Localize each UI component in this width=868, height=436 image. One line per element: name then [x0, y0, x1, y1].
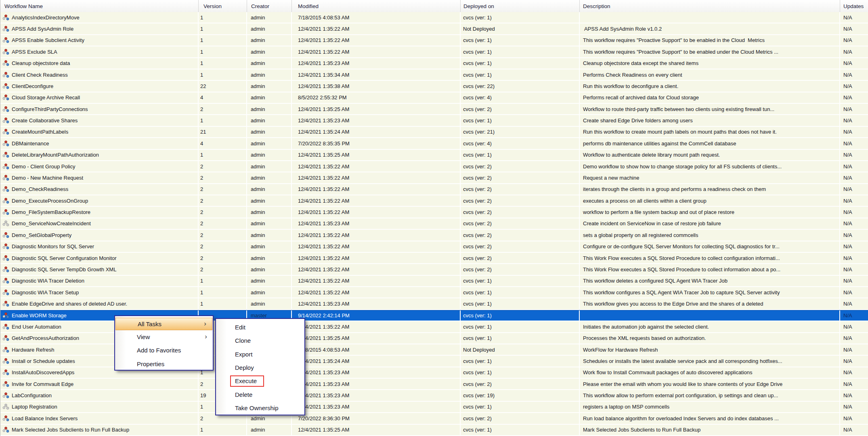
submenu-item-edit[interactable]: Edit: [216, 321, 304, 334]
submenu-item-deploy[interactable]: Deploy: [216, 361, 304, 374]
table-row[interactable]: Invite for Commvault Edge212/4/2021 1:35…: [0, 379, 868, 390]
column-header-deployed-on[interactable]: Deployed on: [461, 0, 580, 12]
table-row[interactable]: Enable EdgeDrive and shares of deleted A…: [0, 298, 868, 310]
submenu-item-label: Export: [235, 351, 252, 358]
table-row[interactable]: APSS Enable Subclient Activity1admin12/4…: [0, 35, 868, 46]
column-header-description[interactable]: Description: [580, 0, 840, 12]
workflow-icon: [2, 266, 9, 273]
table-row[interactable]: ConfigureThirdPartyConnections2admin12/4…: [0, 104, 868, 115]
cell-workflow-name: Diagnostic WIA Tracer Deletion: [0, 276, 199, 286]
cell-modified: 12/4/2021 1:35:22 AM: [292, 321, 461, 332]
workflow-name-label: Demo - New Machine Request: [12, 175, 83, 181]
table-row[interactable]: Demo - New Machine Request2admin12/4/202…: [0, 172, 868, 184]
submenu-item-export[interactable]: Export: [216, 348, 304, 361]
table-row[interactable]: AnalyticsIndexDirectoryMove1admin7/18/20…: [0, 12, 868, 23]
table-row[interactable]: Mark Selected Jobs Subclients to Run Ful…: [0, 425, 868, 436]
table-row[interactable]: Cleanup objectstore data1admin12/4/2021 …: [0, 58, 868, 69]
workflow-icon: [2, 174, 9, 181]
submenu-item-clone[interactable]: Clone: [216, 334, 304, 347]
cell-deployed-on: cvcs (ver: 2): [461, 413, 580, 423]
table-row[interactable]: Laptop Registration112/4/2021 1:35:23 AM…: [0, 402, 868, 413]
cell-workflow-name: CreateMountPathLabels: [0, 127, 199, 137]
table-row[interactable]: Diagnostic SQL Server TempDb Growth XML2…: [0, 264, 868, 275]
cell-creator: admin: [247, 104, 292, 114]
workflow-name-label: Create Collaborative Shares: [12, 117, 78, 124]
column-header-version[interactable]: Version: [199, 0, 247, 12]
cell-updates: N/A: [840, 92, 868, 103]
submenu-item-label: Clone: [235, 337, 251, 344]
column-header-modified[interactable]: Modified: [292, 0, 461, 12]
workflow-name-label: DBMaintenance: [12, 140, 49, 147]
table-row[interactable]: Cloud Storage Archive Recall4admin8/5/20…: [0, 92, 868, 104]
cell-description: Performs recall of archived data for Clo…: [580, 92, 840, 103]
cell-deployed-on: cvcs (ver: 1): [461, 150, 580, 160]
table-row[interactable]: Diagnostic WIA Tracer Deletion1admin12/4…: [0, 276, 868, 287]
table-row[interactable]: Load Balance Index Servers2admin7/20/202…: [0, 413, 868, 424]
table-row[interactable]: ClientDeconfigure22admin12/4/2021 1:35:3…: [0, 81, 868, 92]
cell-version: 21: [199, 127, 247, 137]
menu-item-properties[interactable]: Properties: [115, 357, 213, 371]
cell-updates: N/A: [840, 195, 868, 206]
table-row[interactable]: Diagnostic SQL Server Configuration Moni…: [0, 253, 868, 264]
cell-updates: N/A: [840, 161, 868, 172]
table-row[interactable]: Diagnostic WIA Tracer Setup1admin12/4/20…: [0, 287, 868, 298]
table-row[interactable]: APSS Add SysAdmin Role1admin12/4/2021 1:…: [0, 23, 868, 35]
submenu-item-label: Deploy: [235, 364, 254, 371]
table-row[interactable]: Demo_CheckReadiness2admin12/4/2021 1:35:…: [0, 184, 868, 195]
cell-updates: N/A: [840, 172, 868, 183]
column-header-workflow-name[interactable]: Workflow Name: [0, 0, 199, 12]
cell-description: Mark Selected Jobs Subclients to Run Ful…: [580, 425, 840, 435]
menu-item-add-to-favorites[interactable]: Add to Favorites: [115, 344, 213, 357]
cell-workflow-name: Load Balance Index Servers: [0, 413, 199, 423]
cell-modified: 12/4/2021 1:35:25 AM: [292, 425, 461, 435]
submenu-item-take-ownership[interactable]: Take Ownership: [216, 401, 304, 415]
table-row[interactable]: Client Check Readiness1admin12/4/2021 1:…: [0, 69, 868, 81]
submenu-item-delete[interactable]: Delete: [216, 388, 304, 401]
cell-description: Workflow to route third-party traffic be…: [580, 104, 840, 114]
context-menu: All Tasks›View›Add to FavoritesPropertie…: [114, 315, 214, 371]
cell-description: Demo workflow to show how to change stor…: [580, 161, 840, 172]
submenu-item-execute[interactable]: Execute: [216, 374, 304, 388]
table-row[interactable]: APSS Exclude SLA1admin12/4/2021 1:35:22 …: [0, 46, 868, 58]
cell-modified: 12/4/2021 1:35:22 AM: [292, 287, 461, 298]
cell-modified: 12/4/2021 1:35:23 AM: [292, 367, 461, 378]
table-row[interactable]: Demo - Client Group Policy2admin12/4/202…: [0, 161, 868, 172]
column-header-updates[interactable]: Updates: [840, 0, 868, 12]
table-row[interactable]: Demo_ExecuteProcessOnGroup2admin12/4/202…: [0, 195, 868, 207]
cell-deployed-on: cvcs (ver: 1): [461, 321, 580, 332]
table-row[interactable]: CreateMountPathLabels21admin12/4/2021 1:…: [0, 127, 868, 138]
cell-updates: N/A: [840, 379, 868, 389]
table-row[interactable]: Demo_FileSystemBackupRestore2admin12/4/2…: [0, 207, 868, 218]
cell-description: Request a new machine: [580, 172, 840, 183]
table-row[interactable]: LabConfiguration1912/4/2021 1:35:23 AMcv…: [0, 390, 868, 401]
workflow-icon: [2, 197, 9, 204]
workflow-icon: [2, 426, 9, 433]
cell-workflow-name: APSS Exclude SLA: [0, 46, 199, 57]
cell-workflow-name: Demo_ServiceNowCreateIncident: [0, 218, 199, 229]
table-row[interactable]: Create Collaborative Shares1admin12/4/20…: [0, 115, 868, 126]
menu-item-view[interactable]: View›: [115, 330, 213, 344]
workflow-name-label: Diagnostic Monitors for SQL Server: [12, 243, 94, 249]
cell-modified: 7/18/2015 4:08:53 AM: [292, 344, 461, 355]
table-row[interactable]: Demo_SetGlobalProperty2admin12/4/2021 1:…: [0, 230, 868, 241]
cell-modified: 12/4/2021 1:35:22 AM: [292, 230, 461, 240]
cell-version: 1: [199, 69, 247, 80]
workflow-name-label: InstallAutoDiscoveredApps: [12, 369, 74, 375]
workflow-table: Workflow NameVersionCreatorModifiedDeplo…: [0, 0, 868, 436]
table-row[interactable]: DeleteLibraryMountPathAuthorization1admi…: [0, 150, 868, 161]
cell-modified: 12/4/2021 1:35:22 AM: [292, 207, 461, 217]
workflow-icon: [2, 163, 9, 170]
cell-version: 22: [199, 81, 247, 91]
menu-item-all-tasks[interactable]: All Tasks›: [115, 318, 212, 330]
workflow-icon: [2, 335, 9, 342]
workflow-name-label: Laptop Registration: [12, 404, 57, 410]
table-row[interactable]: Diagnostic Monitors for SQL Server2admin…: [0, 241, 868, 253]
cell-updates: N/A: [840, 104, 868, 114]
cell-description: APSS Add SysAdmin Role v1.0.2: [580, 23, 840, 34]
workflow-name-label: Demo_FileSystemBackupRestore: [12, 209, 90, 215]
workflow-icon: [2, 48, 9, 55]
column-header-creator[interactable]: Creator: [247, 0, 292, 12]
table-row[interactable]: DBMaintenance4admin7/20/2022 8:35:35 PMc…: [0, 138, 868, 149]
workflow-name-label: ConfigureThirdPartyConnections: [12, 106, 88, 112]
table-row[interactable]: Demo_ServiceNowCreateIncident2admin12/4/…: [0, 218, 868, 230]
